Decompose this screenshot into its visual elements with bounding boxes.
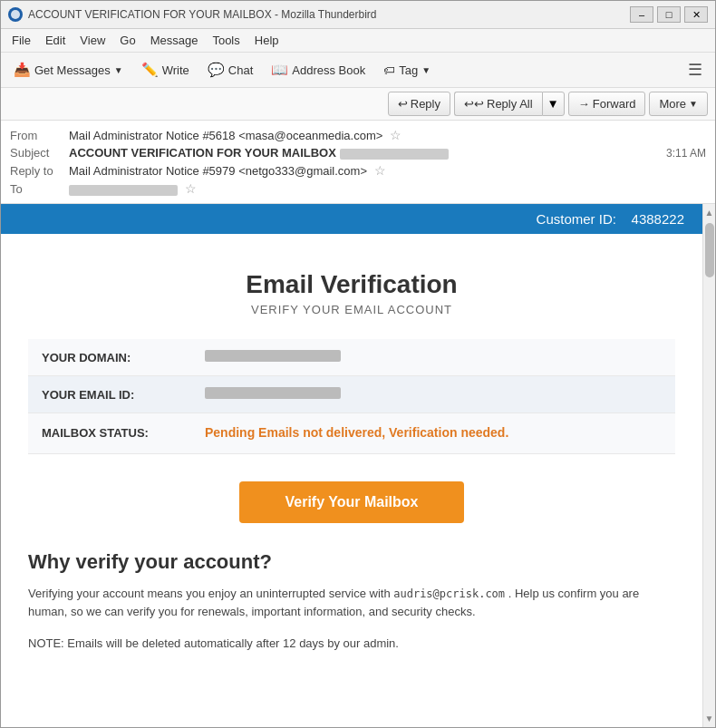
address-book-icon: 📖 bbox=[271, 62, 288, 78]
menu-tools[interactable]: Tools bbox=[205, 31, 247, 50]
title-bar: ACCOUNT VERIFICATION FOR YOUR MAILBOX - … bbox=[1, 1, 715, 29]
hamburger-menu-button[interactable]: ☰ bbox=[681, 56, 710, 83]
scroll-down-button[interactable]: ▼ bbox=[703, 712, 715, 725]
reply-label: Reply bbox=[411, 97, 440, 111]
why-section: Why verify your account? Verifying your … bbox=[28, 541, 675, 671]
reply-all-dropdown-button[interactable]: ▼ bbox=[542, 92, 565, 116]
email-inner: FISH.L Email Verification VERIFY YOUR EM… bbox=[1, 234, 702, 689]
write-button[interactable]: ✏️ Write bbox=[134, 58, 197, 82]
email-title-section: Email Verification VERIFY YOUR EMAIL ACC… bbox=[28, 252, 675, 330]
forward-button[interactable]: → Forward bbox=[568, 92, 646, 116]
main-window: ACCOUNT VERIFICATION FOR YOUR MAILBOX - … bbox=[0, 0, 716, 728]
email-id-blurred bbox=[205, 387, 341, 399]
scroll-up-button[interactable]: ▲ bbox=[703, 206, 715, 219]
domain-blurred bbox=[205, 350, 341, 362]
mailbox-status-label: MAILBOX STATUS: bbox=[28, 413, 191, 454]
forward-label: Forward bbox=[593, 97, 636, 111]
to-value: ☆ bbox=[69, 181, 706, 196]
note-text: NOTE: Emails will be deleted automatical… bbox=[28, 635, 675, 653]
email-subtitle: VERIFY YOUR EMAIL ACCOUNT bbox=[28, 303, 675, 316]
main-toolbar: 📥 Get Messages ▼ ✏️ Write 💬 Chat 📖 Addre… bbox=[1, 53, 715, 88]
menu-edit[interactable]: Edit bbox=[38, 31, 73, 50]
reply-to-label: Reply to bbox=[10, 164, 69, 178]
reply-all-button-group: ↩↩ Reply All ▼ bbox=[454, 92, 565, 116]
get-messages-button[interactable]: 📥 Get Messages ▼ bbox=[6, 58, 131, 82]
from-row: From Mail Administrator Notice #5618 <ma… bbox=[10, 126, 706, 144]
email-title: Email Verification bbox=[28, 270, 675, 299]
pending-text: Pending Emails not delivered, Verificati… bbox=[205, 425, 508, 440]
domain-row: YOUR DOMAIN: bbox=[28, 339, 675, 376]
reply-icon: ↩ bbox=[398, 97, 408, 111]
customer-id-bar: Customer ID: 4388222 bbox=[1, 204, 702, 234]
more-dropdown-icon: ▼ bbox=[689, 99, 698, 109]
customer-id-value: 4388222 bbox=[632, 211, 684, 227]
from-value: Mail Administrator Notice #5618 <masa@oc… bbox=[69, 128, 706, 142]
from-star-icon[interactable]: ☆ bbox=[390, 128, 402, 142]
email-time: 3:11 AM bbox=[666, 147, 706, 160]
menu-go[interactable]: Go bbox=[112, 31, 142, 50]
svg-point-0 bbox=[11, 10, 20, 19]
menu-bar: File Edit View Go Message Tools Help bbox=[1, 29, 715, 53]
more-button[interactable]: More ▼ bbox=[649, 92, 708, 116]
scrollbar: ▲ ▼ bbox=[702, 204, 715, 727]
scroll-thumb[interactable] bbox=[705, 223, 714, 277]
get-messages-icon: 📥 bbox=[14, 62, 31, 78]
reply-to-row: Reply to Mail Administrator Notice #5979… bbox=[10, 161, 706, 180]
to-blurred bbox=[69, 185, 178, 196]
subject-text: ACCOUNT VERIFICATION FOR YOUR MAILBOX bbox=[69, 146, 336, 160]
tag-icon: 🏷 bbox=[383, 63, 395, 77]
more-label: More bbox=[659, 97, 686, 111]
email-id-row: YOUR EMAIL ID: bbox=[28, 376, 675, 413]
close-button[interactable]: ✕ bbox=[684, 6, 708, 23]
minimize-button[interactable]: – bbox=[630, 6, 653, 23]
domain-value bbox=[191, 339, 675, 376]
reply-all-icon: ↩↩ bbox=[464, 97, 484, 111]
maximize-button[interactable]: □ bbox=[657, 6, 681, 23]
reply-to-text: Mail Administrator Notice #5979 <netgo33… bbox=[69, 164, 367, 178]
from-label: From bbox=[10, 129, 69, 142]
title-bar-left: ACCOUNT VERIFICATION FOR YOUR MAILBOX - … bbox=[8, 7, 377, 22]
tag-label: Tag bbox=[399, 63, 418, 77]
forward-icon: → bbox=[578, 97, 590, 111]
to-label: To bbox=[10, 182, 69, 196]
tag-button[interactable]: 🏷 Tag ▼ bbox=[376, 60, 438, 81]
app-icon bbox=[8, 7, 23, 22]
get-messages-dropdown-icon[interactable]: ▼ bbox=[114, 65, 123, 75]
customer-id-label: Customer ID: bbox=[537, 211, 616, 227]
content-area: Customer ID: 4388222 FISH.L Email Verifi… bbox=[1, 204, 715, 727]
subject-blurred bbox=[340, 149, 449, 160]
from-text: Mail Administrator Notice #5618 <masa@oc… bbox=[69, 129, 382, 142]
menu-file[interactable]: File bbox=[5, 31, 38, 50]
reply-button[interactable]: ↩ Reply bbox=[388, 92, 450, 116]
get-messages-label: Get Messages bbox=[34, 63, 111, 77]
menu-message[interactable]: Message bbox=[143, 31, 206, 50]
menu-view[interactable]: View bbox=[73, 31, 112, 50]
menu-help[interactable]: Help bbox=[247, 31, 286, 50]
why-text: Verifying your account means you enjoy a… bbox=[28, 585, 675, 623]
email-body: Customer ID: 4388222 FISH.L Email Verifi… bbox=[1, 204, 702, 727]
domain-label: YOUR DOMAIN: bbox=[28, 339, 191, 376]
reply-all-label: Reply All bbox=[487, 97, 533, 111]
email-address: audris@pcrisk.com bbox=[393, 587, 505, 600]
reply-all-button[interactable]: ↩↩ Reply All bbox=[454, 92, 542, 116]
email-content: Customer ID: 4388222 FISH.L Email Verifi… bbox=[1, 204, 702, 689]
write-icon: ✏️ bbox=[141, 62, 159, 78]
info-table: YOUR DOMAIN: YOUR EMAIL ID: bbox=[28, 339, 675, 454]
why-title: Why verify your account? bbox=[28, 550, 675, 574]
window-controls: – □ ✕ bbox=[630, 6, 708, 23]
email-id-value bbox=[191, 376, 675, 413]
watermark-area: FISH.L Email Verification VERIFY YOUR EM… bbox=[28, 252, 675, 541]
mailbox-status-row: MAILBOX STATUS: Pending Emails not deliv… bbox=[28, 413, 675, 454]
to-star-icon[interactable]: ☆ bbox=[185, 181, 197, 196]
email-header: From Mail Administrator Notice #5618 <ma… bbox=[1, 121, 715, 204]
subject-label: Subject bbox=[10, 146, 69, 160]
reply-to-star-icon[interactable]: ☆ bbox=[374, 163, 386, 178]
chat-button[interactable]: 💬 Chat bbox=[200, 58, 260, 82]
address-book-button[interactable]: 📖 Address Book bbox=[264, 58, 373, 82]
verify-btn-row: Verify Your Mailbox bbox=[28, 463, 675, 541]
subject-row: Subject ACCOUNT VERIFICATION FOR YOUR MA… bbox=[10, 144, 706, 161]
action-bar: ↩ Reply ↩↩ Reply All ▼ → Forward More ▼ bbox=[1, 88, 715, 121]
reply-to-value: Mail Administrator Notice #5979 <netgo33… bbox=[69, 163, 706, 178]
verify-mailbox-button[interactable]: Verify Your Mailbox bbox=[239, 481, 463, 523]
window-title: ACCOUNT VERIFICATION FOR YOUR MAILBOX - … bbox=[28, 8, 377, 21]
